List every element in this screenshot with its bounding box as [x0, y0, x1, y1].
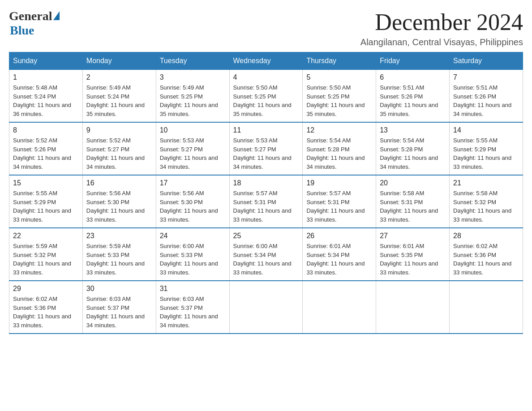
calendar-cell: 28Sunrise: 6:02 AMSunset: 5:36 PMDayligh… [450, 228, 523, 281]
calendar-cell: 19Sunrise: 5:57 AMSunset: 5:31 PMDayligh… [303, 175, 376, 228]
day-info: Sunrise: 6:00 AMSunset: 5:34 PMDaylight:… [233, 242, 299, 277]
day-info: Sunrise: 6:01 AMSunset: 5:34 PMDaylight:… [306, 242, 372, 277]
day-number: 3 [160, 73, 226, 81]
day-info: Sunrise: 5:49 AMSunset: 5:25 PMDaylight:… [160, 83, 226, 118]
day-info: Sunrise: 5:48 AMSunset: 5:24 PMDaylight:… [13, 83, 79, 118]
calendar-cell: 13Sunrise: 5:54 AMSunset: 5:28 PMDayligh… [376, 122, 450, 175]
calendar-cell: 30Sunrise: 6:03 AMSunset: 5:37 PMDayligh… [82, 281, 156, 334]
day-info: Sunrise: 5:54 AMSunset: 5:28 PMDaylight:… [380, 136, 446, 171]
calendar-day-header: Thursday [303, 52, 376, 70]
day-number: 8 [13, 126, 79, 134]
calendar-cell: 11Sunrise: 5:53 AMSunset: 5:27 PMDayligh… [229, 122, 303, 175]
calendar-table: SundayMondayTuesdayWednesdayThursdayFrid… [9, 52, 523, 334]
calendar-cell: 1Sunrise: 5:48 AMSunset: 5:24 PMDaylight… [9, 70, 83, 123]
day-info: Sunrise: 6:03 AMSunset: 5:37 PMDaylight:… [160, 295, 226, 330]
day-number: 22 [13, 232, 79, 240]
day-info: Sunrise: 5:52 AMSunset: 5:26 PMDaylight:… [13, 136, 79, 171]
page-header: General Blue December 2024 Alangilanan, … [9, 9, 523, 47]
day-number: 1 [13, 73, 79, 81]
calendar-cell: 6Sunrise: 5:51 AMSunset: 5:26 PMDaylight… [376, 70, 450, 123]
calendar-cell [229, 281, 303, 334]
calendar-week-row: 1Sunrise: 5:48 AMSunset: 5:24 PMDaylight… [9, 70, 523, 123]
day-number: 29 [13, 285, 79, 293]
day-info: Sunrise: 5:49 AMSunset: 5:24 PMDaylight:… [86, 83, 152, 118]
calendar-cell [450, 281, 523, 334]
day-info: Sunrise: 5:57 AMSunset: 5:31 PMDaylight:… [306, 189, 372, 224]
calendar-cell: 3Sunrise: 5:49 AMSunset: 5:25 PMDaylight… [156, 70, 229, 123]
day-info: Sunrise: 5:56 AMSunset: 5:30 PMDaylight:… [86, 189, 152, 224]
day-info: Sunrise: 5:56 AMSunset: 5:30 PMDaylight:… [160, 189, 226, 224]
calendar-cell: 31Sunrise: 6:03 AMSunset: 5:37 PMDayligh… [156, 281, 229, 334]
logo: General Blue [9, 9, 60, 38]
calendar-cell: 21Sunrise: 5:58 AMSunset: 5:32 PMDayligh… [450, 175, 523, 228]
day-number: 13 [380, 126, 446, 134]
calendar-day-header: Saturday [450, 52, 523, 70]
calendar-cell: 22Sunrise: 5:59 AMSunset: 5:32 PMDayligh… [9, 228, 83, 281]
day-number: 7 [453, 73, 519, 81]
calendar-day-header: Sunday [9, 52, 83, 70]
calendar-cell: 16Sunrise: 5:56 AMSunset: 5:30 PMDayligh… [82, 175, 156, 228]
calendar-cell: 15Sunrise: 5:55 AMSunset: 5:29 PMDayligh… [9, 175, 83, 228]
day-number: 2 [86, 73, 152, 81]
calendar-day-header: Wednesday [229, 52, 303, 70]
day-number: 27 [380, 232, 446, 240]
day-number: 12 [306, 126, 372, 134]
day-number: 31 [160, 285, 226, 293]
day-number: 15 [13, 179, 79, 187]
calendar-cell: 5Sunrise: 5:50 AMSunset: 5:25 PMDaylight… [303, 70, 376, 123]
calendar-cell: 17Sunrise: 5:56 AMSunset: 5:30 PMDayligh… [156, 175, 229, 228]
calendar-cell: 14Sunrise: 5:55 AMSunset: 5:29 PMDayligh… [450, 122, 523, 175]
calendar-day-header: Monday [82, 52, 156, 70]
day-number: 14 [453, 126, 519, 134]
day-info: Sunrise: 6:03 AMSunset: 5:37 PMDaylight:… [86, 295, 152, 330]
day-info: Sunrise: 5:50 AMSunset: 5:25 PMDaylight:… [306, 83, 372, 118]
day-number: 10 [160, 126, 226, 134]
day-info: Sunrise: 5:53 AMSunset: 5:27 PMDaylight:… [160, 136, 226, 171]
calendar-cell: 4Sunrise: 5:50 AMSunset: 5:25 PMDaylight… [229, 70, 303, 123]
calendar-week-row: 29Sunrise: 6:02 AMSunset: 5:36 PMDayligh… [9, 281, 523, 334]
calendar-cell: 23Sunrise: 5:59 AMSunset: 5:33 PMDayligh… [82, 228, 156, 281]
calendar-day-header: Friday [376, 52, 450, 70]
calendar-week-row: 15Sunrise: 5:55 AMSunset: 5:29 PMDayligh… [9, 175, 523, 228]
calendar-cell: 8Sunrise: 5:52 AMSunset: 5:26 PMDaylight… [9, 122, 83, 175]
day-number: 17 [160, 179, 226, 187]
day-number: 4 [233, 73, 299, 81]
day-number: 5 [306, 73, 372, 81]
calendar-day-header: Tuesday [156, 52, 229, 70]
day-number: 25 [233, 232, 299, 240]
day-number: 21 [453, 179, 519, 187]
day-number: 26 [306, 232, 372, 240]
day-number: 6 [380, 73, 446, 81]
day-number: 19 [306, 179, 372, 187]
day-info: Sunrise: 5:51 AMSunset: 5:26 PMDaylight:… [453, 83, 519, 118]
day-number: 18 [233, 179, 299, 187]
calendar-week-row: 8Sunrise: 5:52 AMSunset: 5:26 PMDaylight… [9, 122, 523, 175]
day-info: Sunrise: 5:59 AMSunset: 5:32 PMDaylight:… [13, 242, 79, 277]
day-info: Sunrise: 5:55 AMSunset: 5:29 PMDaylight:… [13, 189, 79, 224]
day-info: Sunrise: 6:01 AMSunset: 5:35 PMDaylight:… [380, 242, 446, 277]
day-info: Sunrise: 5:58 AMSunset: 5:32 PMDaylight:… [453, 189, 519, 224]
day-number: 30 [86, 285, 152, 293]
calendar-cell: 10Sunrise: 5:53 AMSunset: 5:27 PMDayligh… [156, 122, 229, 175]
day-info: Sunrise: 5:55 AMSunset: 5:29 PMDaylight:… [453, 136, 519, 171]
day-info: Sunrise: 5:58 AMSunset: 5:31 PMDaylight:… [380, 189, 446, 224]
calendar-cell: 24Sunrise: 6:00 AMSunset: 5:33 PMDayligh… [156, 228, 229, 281]
logo-blue-text: Blue [10, 23, 34, 38]
day-number: 16 [86, 179, 152, 187]
day-number: 24 [160, 232, 226, 240]
calendar-cell: 26Sunrise: 6:01 AMSunset: 5:34 PMDayligh… [303, 228, 376, 281]
calendar-cell: 18Sunrise: 5:57 AMSunset: 5:31 PMDayligh… [229, 175, 303, 228]
location-title: Alangilanan, Central Visayas, Philippine… [360, 37, 523, 47]
calendar-cell [376, 281, 450, 334]
day-number: 11 [233, 126, 299, 134]
day-number: 20 [380, 179, 446, 187]
calendar-week-row: 22Sunrise: 5:59 AMSunset: 5:32 PMDayligh… [9, 228, 523, 281]
day-info: Sunrise: 5:54 AMSunset: 5:28 PMDaylight:… [306, 136, 372, 171]
calendar-cell: 27Sunrise: 6:01 AMSunset: 5:35 PMDayligh… [376, 228, 450, 281]
calendar-cell: 7Sunrise: 5:51 AMSunset: 5:26 PMDaylight… [450, 70, 523, 123]
logo-general-text: General [9, 9, 52, 23]
calendar-cell: 25Sunrise: 6:00 AMSunset: 5:34 PMDayligh… [229, 228, 303, 281]
day-info: Sunrise: 6:02 AMSunset: 5:36 PMDaylight:… [453, 242, 519, 277]
calendar-cell: 20Sunrise: 5:58 AMSunset: 5:31 PMDayligh… [376, 175, 450, 228]
day-info: Sunrise: 5:59 AMSunset: 5:33 PMDaylight:… [86, 242, 152, 277]
